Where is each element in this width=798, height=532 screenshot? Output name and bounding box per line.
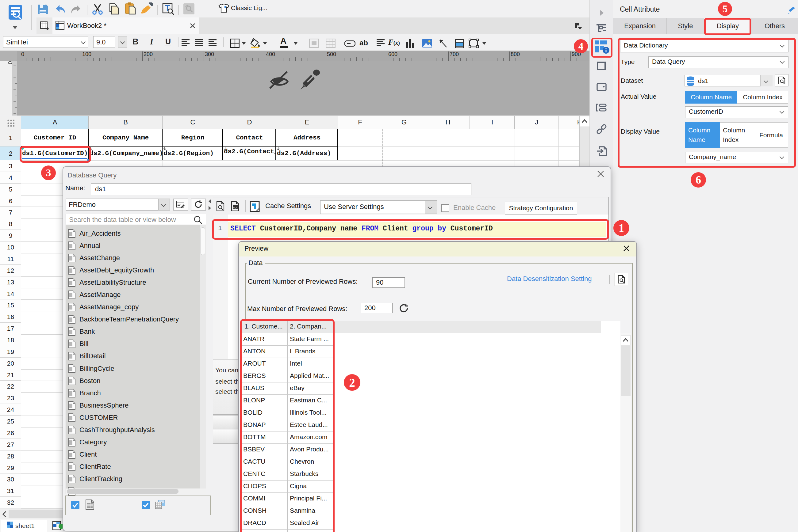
svg-text:SQL: SQL bbox=[233, 206, 238, 209]
